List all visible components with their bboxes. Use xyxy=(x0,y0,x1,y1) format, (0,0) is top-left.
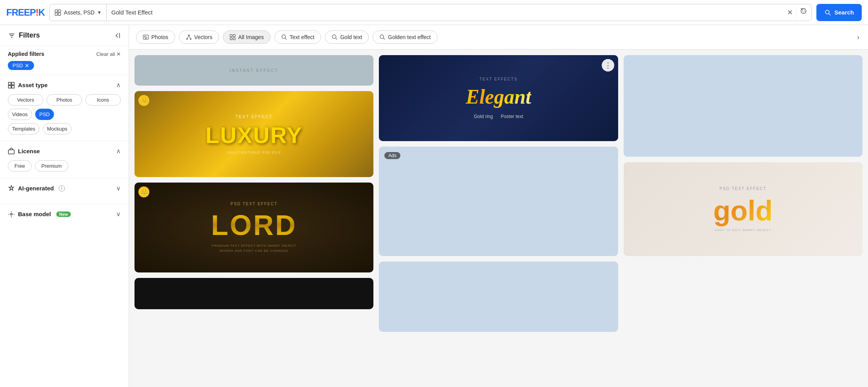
asset-type-photos[interactable]: Photos xyxy=(47,94,82,106)
svg-point-6 xyxy=(825,10,829,14)
asset-type-section-header[interactable]: Asset type ∧ xyxy=(8,81,121,89)
asset-type-icons[interactable]: Icons xyxy=(85,94,121,106)
content-area: Photos Vectors All Images xyxy=(129,25,868,387)
result-card-gold[interactable]: PSD TEXT EFFECT gold - EASY TO EDIT SMAR… xyxy=(624,162,863,256)
card-elegant-bg: TEXT EFFECTS Elegant Gold ring Poster te… xyxy=(379,55,618,141)
asset-type-psd[interactable]: PSD xyxy=(35,109,54,120)
svg-rect-15 xyxy=(9,150,14,154)
result-card-instant-effect[interactable]: INSTANT EFFECT xyxy=(135,55,373,86)
svg-point-20 xyxy=(190,38,191,39)
cat-golden-text-effect[interactable]: Golden text effect xyxy=(373,30,437,44)
ai-generated-header[interactable]: AI-generated i ∨ xyxy=(8,185,121,192)
license-label: License xyxy=(18,148,40,154)
search-icon xyxy=(824,9,831,16)
asset-type-row2: Videos PSD xyxy=(8,109,121,120)
asset-type-videos[interactable]: Videos xyxy=(8,109,32,120)
search-type-selector[interactable]: Assets, PSD ▼ xyxy=(50,4,106,21)
result-card-placeholder-top[interactable] xyxy=(624,55,863,157)
svg-point-28 xyxy=(380,35,384,38)
ai-generated-title: AI-generated i xyxy=(8,185,65,192)
card-ads-bg: Ads xyxy=(379,147,618,256)
svg-rect-0 xyxy=(55,9,57,12)
base-model-header[interactable]: Base model New ∨ xyxy=(8,210,121,218)
header: FREEP!K Assets, PSD ▼ ✕ Search xyxy=(0,0,868,25)
asset-type-vectors[interactable]: Vectors xyxy=(8,94,43,106)
svg-rect-11 xyxy=(9,82,11,85)
card-elegant-tags: Gold ring Poster text xyxy=(474,114,523,119)
asset-type-title: Asset type xyxy=(8,82,48,89)
logo[interactable]: FREEP!K xyxy=(6,7,45,18)
svg-point-16 xyxy=(11,213,13,215)
card-lord-tag: PSD TEXT EFFECT xyxy=(231,202,278,206)
cat-photos[interactable]: Photos xyxy=(136,30,175,44)
result-card-lord[interactable]: 👑 PSD TEXT EFFECT LORD PREMIUM TEXT EFFE… xyxy=(135,183,373,272)
result-card-luxury[interactable]: 👑 TEXT EFFECT LUXURY FULLY EDITABLE PSD … xyxy=(135,91,373,177)
base-model-section: Base model New ∨ xyxy=(0,204,129,229)
collapse-sidebar-button[interactable] xyxy=(113,32,121,39)
all-images-icon xyxy=(230,34,236,40)
result-card-ads[interactable]: Ads xyxy=(379,147,618,256)
search-small-icon3 xyxy=(379,34,386,40)
search-small-icon2 xyxy=(332,34,338,40)
card-elegant-tag: TEXT EFFECTS xyxy=(479,77,518,81)
license-grid: Free Premium xyxy=(8,160,121,172)
svg-point-26 xyxy=(282,35,285,38)
clear-all-label: Clear all xyxy=(96,51,115,57)
card-instant-effect-label: INSTANT EFFECT xyxy=(230,68,279,73)
cat-text-effect[interactable]: Text effect xyxy=(274,30,321,44)
cat-golden-text-effect-label: Golden text effect xyxy=(388,34,430,40)
dropdown-chevron-icon: ▼ xyxy=(97,10,102,15)
photos-icon xyxy=(143,34,149,40)
search-button[interactable]: Search xyxy=(816,4,862,21)
svg-point-27 xyxy=(332,35,336,38)
result-card-dark[interactable] xyxy=(135,278,373,309)
info-icon[interactable]: i xyxy=(59,185,65,192)
license-chevron-icon: ∧ xyxy=(116,147,121,155)
card-gold-sub: - EASY TO EDIT SMART OBJECT - xyxy=(712,228,774,232)
more-options-button[interactable]: ⋮ xyxy=(602,59,614,72)
svg-rect-3 xyxy=(58,13,61,15)
remove-psd-filter-button[interactable]: ✕ xyxy=(25,63,29,68)
sidebar-scroll: Applied filters Clear all ✕ PSD ✕ xyxy=(0,46,129,229)
base-model-title: Base model New xyxy=(8,211,71,218)
filter-icon xyxy=(8,32,16,39)
license-premium[interactable]: Premium xyxy=(35,160,68,172)
clear-all-button[interactable]: Clear all ✕ xyxy=(96,51,121,57)
asset-type-mockups[interactable]: Mockups xyxy=(43,123,72,134)
license-title: License xyxy=(8,148,40,155)
card-gold-bg: PSD TEXT EFFECT gold - EASY TO EDIT SMAR… xyxy=(624,162,863,256)
card-lord-sub: PREMIUM TEXT EFFECT WITH SMART OBJECTwor… xyxy=(212,244,296,254)
card-gold-tag: PSD TEXT EFFECT xyxy=(719,186,766,191)
base-model-chevron-icon: ∨ xyxy=(116,210,121,218)
card-luxury-bg: 👑 TEXT EFFECT LUXURY FULLY EDITABLE PSD … xyxy=(135,91,373,177)
result-card-pale[interactable] xyxy=(379,262,618,332)
category-next-button[interactable]: › xyxy=(855,33,861,41)
card-luxury-sub: FULLY EDITABLE PSD FILE xyxy=(227,150,281,154)
clear-all-x-icon: ✕ xyxy=(117,51,121,57)
cat-gold-text-label: Gold text xyxy=(340,34,362,40)
card-pale-bg xyxy=(379,262,618,332)
card-lord-text: LORD xyxy=(211,209,297,241)
svg-rect-24 xyxy=(230,38,232,39)
clear-search-button[interactable]: ✕ xyxy=(784,8,796,17)
card-elegant-text: Elegant xyxy=(466,85,531,108)
visual-search-button[interactable] xyxy=(796,7,811,18)
cat-gold-text[interactable]: Gold text xyxy=(325,30,369,44)
card-lord-bg: 👑 PSD TEXT EFFECT LORD PREMIUM TEXT EFFE… xyxy=(135,183,373,272)
filter-tag-psd: PSD ✕ xyxy=(8,61,34,70)
cat-photos-label: Photos xyxy=(151,34,169,40)
collapse-icon xyxy=(113,32,121,39)
assets-icon xyxy=(54,9,61,16)
applied-filters-label: Applied filters xyxy=(8,51,44,57)
license-section-header[interactable]: License ∧ xyxy=(8,147,121,155)
asset-type-templates[interactable]: Templates xyxy=(8,123,39,134)
search-input[interactable] xyxy=(107,9,784,16)
license-free[interactable]: Free xyxy=(8,160,32,172)
cat-vectors[interactable]: Vectors xyxy=(179,30,219,44)
sidebar: Filters Applied filters Clear all ✕ xyxy=(0,25,129,387)
result-card-elegant[interactable]: TEXT EFFECTS Elegant Gold ring Poster te… xyxy=(379,55,618,141)
cat-all-images[interactable]: All Images xyxy=(223,30,270,44)
premium-crown-badge: 👑 xyxy=(138,95,149,106)
ai-chevron-icon: ∨ xyxy=(116,185,121,192)
search-button-label: Search xyxy=(834,9,854,16)
